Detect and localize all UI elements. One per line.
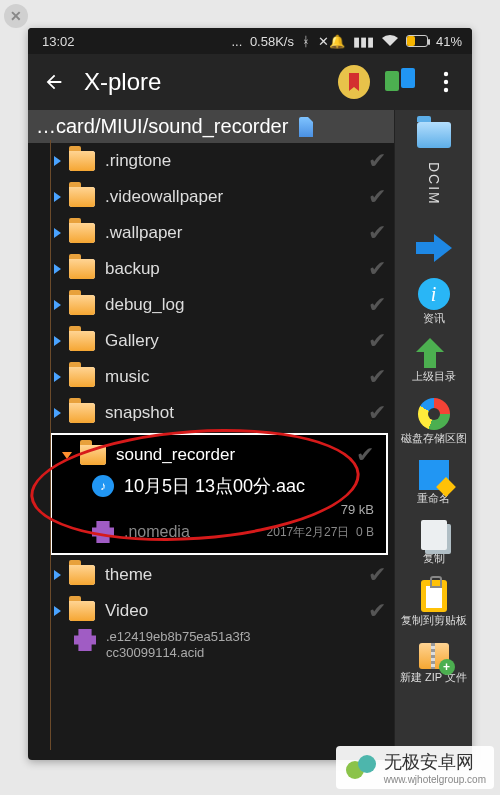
folder-name: .ringtone [105, 151, 368, 171]
collapse-icon[interactable] [62, 452, 72, 459]
sidebar-item-info[interactable]: i 资讯 [395, 272, 472, 330]
battery-pct: 41% [436, 34, 462, 49]
file-date: 2017年2月27日 [267, 525, 350, 539]
sidebar-item-transfer[interactable] [395, 228, 472, 268]
file-row[interactable]: .nomedia 2017年2月27日 0 B [56, 517, 382, 547]
file-name: 10月5日 13点00分.aac [124, 474, 305, 498]
folder-row[interactable]: .wallpaper ✔ [34, 215, 394, 251]
folder-icon [69, 601, 95, 621]
file-name: cc30099114.acid [106, 645, 251, 661]
check-toggle[interactable]: ✔ [356, 442, 374, 468]
expand-icon[interactable] [54, 192, 61, 202]
sidebar-item-copy[interactable]: 复制 [395, 514, 472, 570]
mute-icon: ✕🔔 [318, 34, 345, 49]
sidebar-label: 资讯 [423, 312, 445, 324]
sidebar-item-clipboard[interactable]: 复制到剪贴板 [395, 574, 472, 632]
expand-icon[interactable] [54, 156, 61, 166]
folder-name: .wallpaper [105, 223, 368, 243]
svg-point-1 [444, 80, 448, 84]
file-row[interactable]: .e12419eb8b75ea51a3f3 cc30099114.acid [34, 629, 394, 660]
check-toggle[interactable]: ✔ [368, 562, 386, 588]
check-toggle[interactable]: ✔ [368, 328, 386, 354]
sidebar-item-diskmap[interactable]: 磁盘存储区图 [395, 392, 472, 450]
folder-row[interactable]: .videowallpaper ✔ [34, 179, 394, 215]
back-button[interactable] [38, 66, 70, 98]
folder-row[interactable]: music ✔ [34, 359, 394, 395]
file-size: 0 B [356, 525, 374, 539]
file-size: 79 kB [56, 501, 382, 517]
rename-icon [419, 460, 449, 490]
folder-icon [69, 151, 95, 171]
folder-row[interactable]: Gallery ✔ [34, 323, 394, 359]
sidebar-label: DCIM [426, 162, 442, 206]
sidebar-item-dcim[interactable]: DCIM [395, 114, 472, 224]
sidebar-label: 新建 ZIP 文件 [400, 671, 467, 683]
folder-icon [69, 259, 95, 279]
expand-icon[interactable] [54, 228, 61, 238]
check-toggle[interactable]: ✔ [368, 256, 386, 282]
panels-button[interactable] [384, 66, 416, 98]
sidebar-item-newzip[interactable]: + 新建 ZIP 文件 [395, 637, 472, 689]
sidebar-label: 复制 [423, 552, 445, 564]
folder-row[interactable]: .ringtone ✔ [34, 143, 394, 179]
watermark-brand: 无极安卓网 [384, 752, 474, 772]
info-icon: i [418, 278, 450, 310]
copy-icon [421, 520, 447, 550]
check-toggle[interactable]: ✔ [368, 292, 386, 318]
folder-row-expanded[interactable]: sound_recorder ✔ [56, 439, 382, 471]
plugin-icon [92, 521, 114, 543]
sidebar-label: 磁盘存储区图 [401, 432, 467, 444]
dismiss-badge[interactable]: ✕ [4, 4, 28, 28]
clipboard-icon [421, 580, 447, 612]
folder-icon [80, 445, 106, 465]
folder-icon [69, 403, 95, 423]
folder-name: theme [105, 565, 368, 585]
folder-name: debug_log [105, 295, 368, 315]
svg-point-2 [444, 88, 448, 92]
bookmarks-button[interactable] [338, 66, 370, 98]
folder-row[interactable]: Video ✔ [34, 593, 394, 629]
folder-name: music [105, 367, 368, 387]
watermark: 无极安卓网 www.wjhotelgroup.com [336, 746, 494, 789]
svg-point-0 [444, 72, 448, 76]
folder-icon [69, 223, 95, 243]
folder-row[interactable]: snapshot ✔ [34, 395, 394, 431]
file-row[interactable]: ♪ 10月5日 13点00分.aac [56, 471, 382, 501]
folder-name: snapshot [105, 403, 368, 423]
check-toggle[interactable]: ✔ [368, 148, 386, 174]
expand-icon[interactable] [54, 372, 61, 382]
overflow-menu-button[interactable] [430, 66, 462, 98]
sidebar-item-up[interactable]: 上级目录 [395, 334, 472, 388]
check-toggle[interactable]: ✔ [368, 400, 386, 426]
app-toolbar: X-plore [28, 54, 472, 110]
expand-icon[interactable] [54, 570, 61, 580]
check-toggle[interactable]: ✔ [368, 220, 386, 246]
folder-name: sound_recorder [116, 445, 356, 465]
expand-icon[interactable] [54, 606, 61, 616]
check-toggle[interactable]: ✔ [368, 364, 386, 390]
folder-row[interactable]: theme ✔ [34, 557, 394, 593]
plugin-icon [74, 629, 96, 651]
bluetooth-icon: ᚼ [302, 34, 310, 49]
sidebar-item-rename[interactable]: 重命名 [395, 454, 472, 510]
sidebar-label: 复制到剪贴板 [401, 614, 467, 626]
folder-row[interactable]: debug_log ✔ [34, 287, 394, 323]
check-toggle[interactable]: ✔ [368, 184, 386, 210]
expand-icon[interactable] [54, 300, 61, 310]
piechart-icon [418, 398, 450, 430]
arrow-up-icon [420, 340, 448, 368]
breadcrumb[interactable]: …card/MIUI/sound_recorder [28, 110, 394, 143]
wifi-icon [382, 34, 398, 49]
expand-icon[interactable] [54, 264, 61, 274]
watermark-logo-icon [344, 751, 378, 785]
expand-icon[interactable] [54, 336, 61, 346]
right-sidebar: DCIM i 资讯 上级目录 磁盘存储区图 重命名 [394, 110, 472, 760]
folder-row[interactable]: backup ✔ [34, 251, 394, 287]
folder-name: Gallery [105, 331, 368, 351]
sdcard-icon [299, 117, 313, 137]
expand-icon[interactable] [54, 408, 61, 418]
check-toggle[interactable]: ✔ [368, 598, 386, 624]
status-time: 13:02 [42, 34, 75, 49]
folder-icon [69, 187, 95, 207]
file-name: .nomedia [124, 523, 190, 541]
